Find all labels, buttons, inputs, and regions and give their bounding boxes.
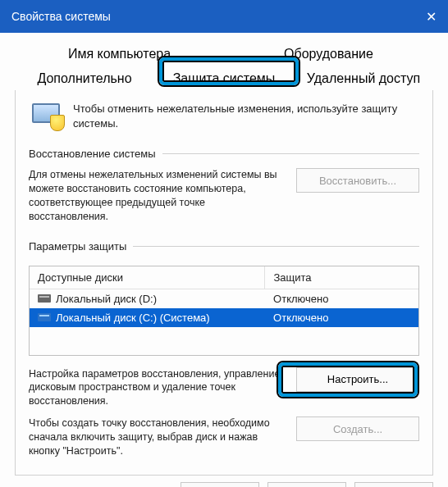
close-icon[interactable]: ✕	[426, 9, 437, 25]
intro-section: Чтобы отменить нежелательные изменения, …	[29, 102, 419, 131]
table-row[interactable]: Локальный диск (C:) (Система) Отключено	[30, 308, 418, 327]
disk-icon	[38, 294, 51, 303]
group-protection-label: Параметры защиты	[29, 240, 419, 253]
drive-protection: Отключено	[273, 293, 328, 305]
window-title: Свойства системы	[11, 10, 111, 23]
titlebar: Свойства системы ✕	[0, 0, 448, 33]
ok-button[interactable]: ОК	[181, 482, 259, 487]
cancel-button[interactable]: Отмена	[267, 482, 346, 487]
table-row[interactable]: Локальный диск (D:) Отключено	[30, 289, 418, 308]
system-protection-icon	[29, 102, 65, 131]
create-description: Чтобы создать точку восстановления, необ…	[29, 416, 285, 458]
tabs: Имя компьютера Оборудование Дополнительн…	[15, 41, 433, 90]
tab-system-protection[interactable]: Защита системы	[154, 66, 294, 90]
group-restore-label: Восстановление системы	[29, 148, 419, 160]
column-header-drives[interactable]: Доступные диски	[30, 266, 265, 289]
tab-advanced[interactable]: Дополнительно	[15, 66, 154, 90]
restore-description: Для отмены нежелательных изменений систе…	[29, 168, 285, 224]
apply-button[interactable]: Применить	[354, 482, 433, 487]
restore-button[interactable]: Восстановить...	[296, 168, 419, 193]
disk-icon	[38, 313, 51, 321]
tab-hardware[interactable]: Оборудование	[224, 41, 433, 66]
configure-button[interactable]: Настроить...	[296, 367, 419, 392]
create-button[interactable]: Создать...	[296, 416, 419, 441]
tab-computer-name[interactable]: Имя компьютера	[15, 41, 224, 66]
drive-name: Локальный диск (C:) (Система)	[56, 312, 210, 324]
intro-text: Чтобы отменить нежелательные изменения, …	[73, 102, 419, 131]
drives-table: Доступные диски Защита Локальный диск (D…	[29, 266, 419, 356]
drive-name: Локальный диск (D:)	[56, 293, 157, 305]
drive-protection: Отключено	[273, 312, 328, 324]
configure-description: Настройка параметров восстановления, упр…	[29, 367, 285, 409]
tab-remote[interactable]: Удаленный доступ	[294, 66, 433, 90]
dialog-footer: ОК Отмена Применить	[15, 476, 433, 487]
column-header-protection[interactable]: Защита	[265, 266, 418, 289]
